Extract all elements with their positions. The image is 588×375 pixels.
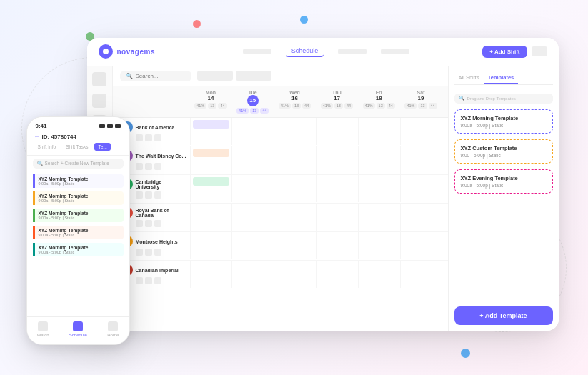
- day-cell-4-tue[interactable]: [231, 204, 274, 231]
- signal-icon: [99, 124, 105, 128]
- template-search-box[interactable]: 🔍 Drag and Drop Templates: [454, 94, 553, 104]
- phone-nav-schedule[interactable]: Schedule: [69, 321, 87, 337]
- day-cell-4-mon[interactable]: [190, 204, 232, 231]
- emp-name-5: Montrose Heights: [136, 239, 178, 244]
- day-cell-3-mon[interactable]: [190, 175, 232, 202]
- day-cell-5-sat[interactable]: [400, 232, 442, 259]
- nav-placeholder-1[interactable]: [243, 49, 271, 54]
- day-cell-6-mon[interactable]: [190, 261, 232, 288]
- panel-tab-all-shifts[interactable]: All Shifts: [454, 72, 484, 84]
- header-action-1[interactable]: [532, 46, 547, 56]
- nav-placeholder-2[interactable]: [338, 49, 367, 54]
- phone-template-name-2: XYZ Morning Template: [39, 194, 120, 199]
- day-cell-1-sat[interactable]: [400, 118, 442, 145]
- day-cell-6-sat[interactable]: [400, 261, 442, 288]
- phone-nav-watch[interactable]: Watch: [37, 321, 49, 337]
- day-cell-2-mon[interactable]: [190, 146, 232, 174]
- meta-icon-12: [154, 220, 161, 227]
- meta-icon-4: [136, 163, 143, 170]
- toolbar-ctrl-1[interactable]: [197, 71, 233, 81]
- day-cell-5-wed[interactable]: [274, 232, 316, 259]
- day-cell-4-wed[interactable]: [274, 204, 316, 231]
- phone-template-item-5[interactable]: XYZ Morning Template 9:00a - 5:00p | Sta…: [33, 243, 124, 256]
- add-template-button[interactable]: + Add Template: [454, 306, 553, 325]
- toolbar-ctrl-2[interactable]: [236, 71, 271, 81]
- emp-name-1: Bank of America: [136, 125, 175, 130]
- day-cell-4-thu[interactable]: [316, 204, 358, 231]
- toolbar-controls: [197, 71, 271, 81]
- schedule-search-box[interactable]: 🔍: [120, 71, 191, 81]
- meta-icon-17: [145, 277, 152, 284]
- emp-name-6: Canadian Imperial: [136, 268, 179, 273]
- status-icons: [99, 124, 121, 128]
- sidebar-icon-1[interactable]: [92, 72, 106, 86]
- day-cell-1-tue[interactable]: [231, 118, 274, 145]
- day-cell-3-thu[interactable]: [316, 175, 358, 202]
- day-cell-2-wed[interactable]: [274, 146, 316, 174]
- emp-name-4: Royal Bank of Canada: [136, 208, 187, 218]
- phone-template-item-2[interactable]: XYZ Morning Template 9:00a - 5:00p | Sta…: [33, 191, 124, 205]
- schedule-search-input[interactable]: [136, 73, 186, 79]
- day-cell-6-fri[interactable]: [358, 261, 400, 288]
- day-cell-3-wed[interactable]: [274, 175, 316, 202]
- col-header-sat: Sat 19 41% 13 44: [400, 86, 442, 117]
- phone-header: ← ID: 45780744 Shift Info Shift Tasks Te…: [27, 132, 129, 156]
- phone-template-item-4[interactable]: XYZ Morning Template 9:00a - 5:00p | Sta…: [33, 226, 124, 239]
- day-cell-1-mon[interactable]: [190, 118, 232, 145]
- day-cell-6-thu[interactable]: [316, 261, 358, 288]
- day-cell-2-fri[interactable]: [358, 146, 400, 174]
- day-cell-2-sat[interactable]: [400, 146, 442, 174]
- day-cell-1-thu[interactable]: [316, 118, 358, 145]
- col-header-wed: Wed 16 41% 13 44: [274, 86, 316, 117]
- phone-tabs: Shift Info Shift Tasks Te...: [34, 143, 122, 151]
- sidebar-icon-2[interactable]: [92, 94, 106, 108]
- table-row: C Cambridge University: [113, 175, 448, 204]
- phone-tab-templates[interactable]: Te...: [94, 143, 110, 151]
- phone-template-item-3[interactable]: XYZ Morning Template 9:00a - 5:00p | Sta…: [33, 209, 124, 222]
- table-row: B Bank of America: [113, 118, 448, 146]
- template-name-evening: XYZ Evening Template: [461, 175, 547, 181]
- meta-icon-9: [154, 191, 161, 199]
- day-cell-5-thu[interactable]: [316, 232, 358, 259]
- day-cell-5-fri[interactable]: [358, 232, 400, 259]
- nav-placeholder-3[interactable]: [381, 49, 409, 54]
- day-cell-1-wed[interactable]: [274, 118, 316, 145]
- day-cell-3-sat[interactable]: [400, 175, 442, 202]
- meta-icon-15: [154, 249, 161, 256]
- template-card-custom[interactable]: XYZ Custom Template 9:00 - 5:00p | Stati…: [454, 139, 553, 164]
- day-cell-6-tue[interactable]: [231, 261, 274, 288]
- logo-text: novagems: [117, 48, 155, 56]
- table-row: M Montrose Heights: [113, 232, 448, 261]
- add-shift-button[interactable]: + Add Shift: [482, 46, 527, 58]
- template-card-morning[interactable]: XYZ Morning Template 9:00a - 5:00p | Sta…: [454, 109, 553, 134]
- day-cell-3-fri[interactable]: [358, 175, 400, 202]
- day-cell-2-thu[interactable]: [316, 146, 358, 174]
- day-cell-5-mon[interactable]: [190, 232, 232, 259]
- phone-tab-shift-info[interactable]: Shift Info: [34, 143, 60, 151]
- day-cell-1-fri[interactable]: [358, 118, 400, 145]
- meta-icon-16: [136, 277, 143, 284]
- day-cell-5-tue[interactable]: [231, 232, 274, 259]
- phone-nav-home[interactable]: Home: [107, 321, 119, 337]
- meta-icon-6: [154, 163, 161, 170]
- panel-tab-templates[interactable]: Templates: [484, 72, 519, 84]
- day-cell-4-fri[interactable]: [358, 204, 400, 231]
- logo-icon: [99, 44, 113, 59]
- day-cell-3-tue[interactable]: [231, 175, 274, 202]
- phone-template-item-1[interactable]: XYZ Morning Template 9:00a - 5:00p | Sta…: [33, 174, 124, 188]
- phone-template-time-1: 9:00a - 5:00p | Static: [39, 181, 120, 186]
- day-cell-6-wed[interactable]: [274, 261, 316, 288]
- schedule-icon: [73, 321, 83, 331]
- nav-schedule[interactable]: Schedule: [286, 46, 324, 57]
- table-row: T The Walt Disney Co...: [113, 146, 448, 175]
- phone-search-box[interactable]: 🔍 Search + Create New Template: [33, 159, 124, 169]
- day-cell-4-sat[interactable]: [400, 204, 442, 231]
- phone-tab-shift-tasks[interactable]: Shift Tasks: [62, 143, 91, 151]
- meta-icon-1: [136, 134, 143, 141]
- meta-icon-10: [136, 220, 143, 227]
- meta-icon-8: [145, 191, 152, 199]
- phone-template-time-2: 9:00a - 5:00p | Static: [39, 199, 120, 203]
- day-cell-2-tue[interactable]: [231, 146, 274, 174]
- meta-icon-3: [154, 134, 161, 141]
- template-card-evening[interactable]: XYZ Evening Template 9:00a - 5:00p | Sta…: [454, 169, 553, 194]
